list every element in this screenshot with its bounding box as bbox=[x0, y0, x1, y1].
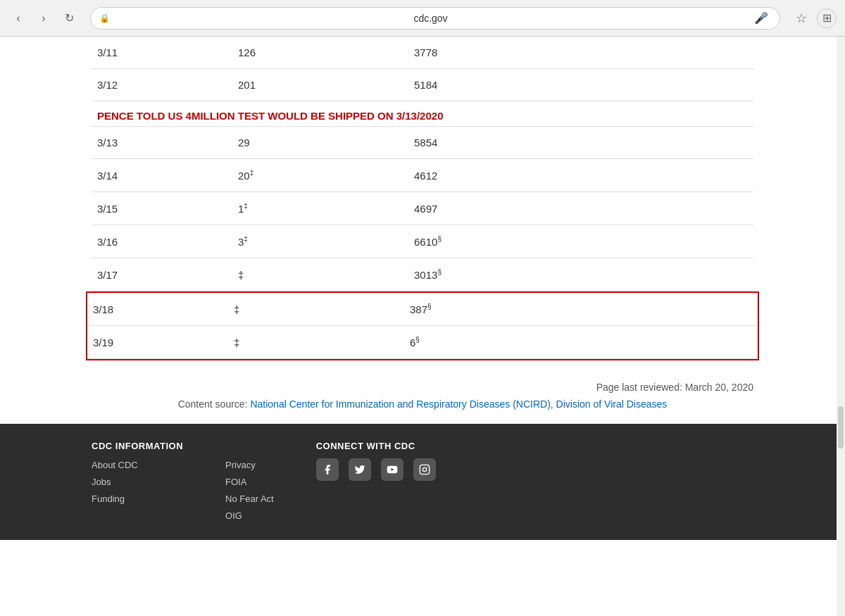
date-cell: 3/11 bbox=[92, 37, 232, 69]
date-cell: 3/13 bbox=[92, 127, 232, 159]
table-row: 3/11 126 3778 bbox=[92, 37, 753, 69]
reload-button[interactable]: ↻ bbox=[59, 8, 79, 28]
date-cell: 3/18 bbox=[87, 293, 228, 326]
footer-link-oig[interactable]: OIG bbox=[225, 510, 242, 521]
browser-chrome: ‹ › ↻ 🔒 cdc.gov 🎤 ☆ ⊞ bbox=[0, 0, 845, 37]
cumulative-cell: 3778 bbox=[408, 37, 753, 69]
footer-link-funding[interactable]: Funding bbox=[92, 494, 125, 504]
footer-connect: CONNECT WITH CDC bbox=[316, 441, 436, 526]
data-table: 3/11 126 3778 3/12 201 5184 PENCE TOLD U… bbox=[92, 37, 753, 291]
footer-cdc-info-heading: CDC INFORMATION bbox=[92, 441, 183, 451]
new-tests-cell: 126 bbox=[232, 37, 408, 69]
footer-link-about-cdc[interactable]: About CDC bbox=[92, 460, 138, 470]
table-row-highlighted: 3/18 ‡ 387§ bbox=[87, 293, 758, 326]
table-row: 3/12 201 5184 bbox=[92, 69, 753, 101]
cumulative-cell: 5854 bbox=[408, 127, 753, 159]
new-tests-cell: 20‡ bbox=[232, 159, 408, 192]
forward-button[interactable]: › bbox=[34, 8, 54, 28]
footer-link-privacy[interactable]: Privacy bbox=[225, 460, 256, 470]
footer-connect-heading: CONNECT WITH CDC bbox=[316, 441, 436, 451]
pence-annotation-row: PENCE TOLD US 4MILLION TEST WOULD BE SHI… bbox=[92, 101, 753, 127]
footer-policies-heading bbox=[225, 441, 274, 451]
new-tests-cell: 201 bbox=[232, 69, 408, 101]
date-cell: 3/14 bbox=[92, 159, 232, 192]
division-link[interactable]: Division of Viral Diseases bbox=[556, 398, 668, 410]
scrollbar[interactable] bbox=[837, 37, 845, 616]
ncird-link[interactable]: National Center for Immunization and Res… bbox=[250, 398, 550, 410]
highlighted-table: 3/18 ‡ 387§ 3/19 ‡ 6§ bbox=[87, 293, 758, 359]
cumulative-cell: 6610§ bbox=[408, 225, 753, 258]
cumulative-cell: 3013§ bbox=[408, 258, 753, 291]
svg-point-2 bbox=[423, 467, 426, 471]
date-cell: 3/15 bbox=[92, 192, 232, 225]
date-cell: 3/17 bbox=[92, 258, 232, 291]
new-tests-cell: 1‡ bbox=[232, 192, 408, 225]
date-cell: 3/16 bbox=[92, 225, 232, 258]
facebook-icon[interactable] bbox=[316, 458, 339, 481]
new-tests-cell: ‡ bbox=[232, 258, 408, 291]
cumulative-cell: 387§ bbox=[404, 293, 758, 326]
instagram-icon[interactable] bbox=[413, 458, 436, 481]
url-text: cdc.gov bbox=[114, 13, 747, 24]
page-last-reviewed: Page last reviewed: March 20, 2020 bbox=[92, 360, 753, 398]
social-icons bbox=[316, 458, 436, 481]
date-cell: 3/19 bbox=[87, 326, 228, 359]
bookmark-button[interactable]: ☆ bbox=[791, 8, 811, 28]
cumulative-cell: 4612 bbox=[408, 159, 753, 192]
footer-link-foia[interactable]: FOIA bbox=[225, 477, 246, 487]
new-tests-cell: ‡ bbox=[228, 293, 404, 326]
table-row-highlighted: 3/19 ‡ 6§ bbox=[87, 326, 758, 359]
content-source-sep: , bbox=[551, 398, 556, 410]
pence-annotation: PENCE TOLD US 4MILLION TEST WOULD BE SHI… bbox=[97, 104, 748, 125]
youtube-icon[interactable] bbox=[381, 458, 403, 481]
new-tests-cell: 3‡ bbox=[232, 225, 408, 258]
table-row: 3/16 3‡ 6610§ bbox=[92, 225, 753, 258]
lock-icon: 🔒 bbox=[99, 13, 110, 23]
footer-policies: Privacy FOIA No Fear Act OIG bbox=[225, 441, 274, 526]
svg-rect-1 bbox=[420, 465, 429, 474]
scrollbar-thumb[interactable] bbox=[838, 406, 844, 448]
mic-button[interactable]: 🎤 bbox=[751, 8, 771, 28]
footer-link-no-fear-act[interactable]: No Fear Act bbox=[225, 494, 274, 504]
svg-point-3 bbox=[427, 467, 427, 467]
table-row: 3/15 1‡ 4697 bbox=[92, 192, 753, 225]
footer-link-jobs[interactable]: Jobs bbox=[92, 477, 111, 487]
content-source-label: Content source: bbox=[178, 398, 251, 410]
table-row: 3/17 ‡ 3013§ bbox=[92, 258, 753, 291]
date-cell: 3/12 bbox=[92, 69, 232, 101]
address-bar[interactable]: 🔒 cdc.gov 🎤 bbox=[90, 7, 780, 30]
table-row: 3/13 29 5854 bbox=[92, 127, 753, 159]
twitter-icon[interactable] bbox=[349, 458, 371, 481]
cumulative-cell: 5184 bbox=[408, 69, 753, 101]
site-footer: CDC INFORMATION About CDC Jobs Funding P… bbox=[0, 424, 845, 540]
table-row: 3/14 20‡ 4612 bbox=[92, 159, 753, 192]
menu-button[interactable]: ⊞ bbox=[817, 8, 837, 28]
highlight-box: 3/18 ‡ 387§ 3/19 ‡ 6§ bbox=[86, 291, 759, 360]
page-content: 3/11 126 3778 3/12 201 5184 PENCE TOLD U… bbox=[0, 37, 845, 424]
cumulative-cell: 6§ bbox=[404, 326, 758, 359]
content-source: Content source: National Center for Immu… bbox=[92, 398, 753, 424]
back-button[interactable]: ‹ bbox=[8, 8, 28, 28]
footer-cdc-info: CDC INFORMATION About CDC Jobs Funding bbox=[92, 441, 183, 526]
new-tests-cell: ‡ bbox=[228, 326, 404, 359]
cumulative-cell: 4697 bbox=[408, 192, 753, 225]
new-tests-cell: 29 bbox=[232, 127, 408, 159]
